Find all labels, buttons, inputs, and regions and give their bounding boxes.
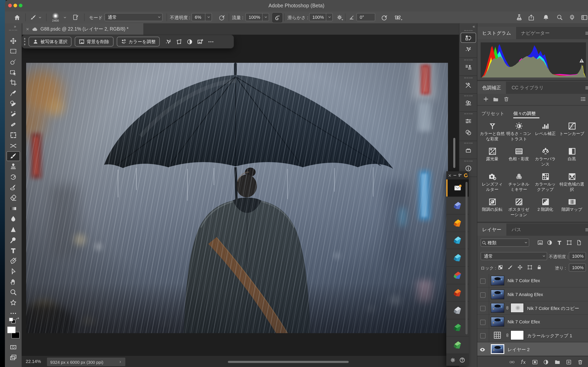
vertical-scrollbar[interactable] [453, 138, 455, 168]
taskbar-generative-wand-icon[interactable] [163, 39, 174, 45]
add-adjustment-icon[interactable] [483, 96, 489, 102]
layer-name[interactable]: Nik 7 Color Efex のコピー [527, 305, 579, 312]
beta-flask-icon[interactable] [515, 13, 523, 22]
dock-history-icon[interactable] [461, 33, 476, 43]
opacity-input[interactable]: 6% [191, 13, 212, 21]
layer-name[interactable]: レイヤー 2 [508, 346, 530, 352]
minimize-icon[interactable] [453, 173, 457, 177]
histogram-tab[interactable]: ナビゲーター [516, 27, 554, 39]
layer-blend-mode-select[interactable]: 通常 [481, 252, 547, 260]
uncached-refresh-warning-icon[interactable] [579, 58, 584, 63]
layer-row[interactable]: レイヤー 2 [477, 342, 588, 356]
nik-help-icon[interactable] [459, 357, 465, 363]
delete-layer-icon[interactable] [577, 359, 583, 365]
adjustment-hue-saturation[interactable]: 色相・彩度 [506, 146, 531, 162]
layer-thumbnail[interactable] [491, 303, 504, 313]
panel-menu-icon[interactable] [585, 85, 588, 91]
layer-thumbnail[interactable] [491, 289, 504, 299]
swap-colors-icon[interactable] [16, 317, 20, 321]
layer-opacity-input[interactable]: 100% [569, 252, 586, 260]
layer-mask-thumbnail[interactable] [510, 330, 524, 340]
adjustments-tab[interactable]: CC ライブラリ [507, 82, 549, 94]
document-info[interactable]: 9324 px x 6000 px (300 ppi) [47, 358, 125, 366]
pressure-size-icon[interactable] [380, 13, 389, 22]
layer-name[interactable]: Nik 7 Color Efex [508, 278, 540, 283]
search-icon[interactable] [555, 13, 564, 22]
adjustments-tab[interactable]: 色調補正 [477, 82, 506, 94]
tool-blur[interactable] [7, 214, 20, 224]
panel-menu-icon[interactable] [585, 227, 588, 233]
tool-spot-healing[interactable] [7, 99, 20, 108]
filter-type-layers-icon[interactable] [557, 240, 562, 245]
visibility-toggle-empty[interactable] [480, 306, 485, 311]
adjustment-levels[interactable]: レベル補正 [533, 121, 558, 136]
tool-brush[interactable] [7, 151, 20, 161]
discover-lightbulb-icon[interactable] [568, 13, 577, 22]
layer-name[interactable]: Nik 7 Color Efex [508, 319, 540, 324]
adjustment-color-vibrance[interactable]: カラーと自然な彩度 [480, 121, 505, 142]
dock-grip[interactable] [464, 95, 472, 96]
taskbar-more-icon[interactable] [206, 39, 216, 45]
screen-mode-icon[interactable] [7, 352, 20, 362]
chevron-down-icon[interactable] [62, 13, 68, 22]
status-chevron-icon[interactable] [118, 360, 122, 364]
toolbar-collapse-button[interactable]: » [14, 24, 16, 29]
layer-row[interactable]: Nik 7 Analog Efex [477, 288, 588, 301]
layer-row[interactable]: Nik 7 Color Efex のコピー [477, 301, 588, 315]
mask-link-icon[interactable] [506, 332, 509, 338]
taskbar-drag-handle[interactable] [22, 38, 29, 45]
adjustment-exposure[interactable]: 露光量 [480, 146, 505, 162]
dock-expand-button[interactable]: « [473, 24, 475, 29]
document-image[interactable] [26, 63, 448, 333]
dock-grip[interactable] [464, 59, 472, 60]
dock-channels-icon[interactable] [461, 127, 476, 137]
dock-generative-wand-icon[interactable] [461, 44, 476, 54]
visibility-toggle-empty[interactable] [480, 319, 485, 325]
new-layer-icon[interactable] [566, 359, 572, 365]
brush-angle-input[interactable]: 0° [356, 13, 375, 21]
home-icon[interactable] [13, 13, 22, 22]
tool-healing-brush[interactable] [7, 120, 20, 129]
lock-position-icon[interactable] [517, 265, 523, 270]
tool-eyedropper[interactable] [7, 88, 20, 98]
layer-row[interactable]: カラールックアップ 1 [477, 329, 588, 342]
adjustment-photo-filter[interactable]: レンズフィルター [480, 172, 505, 192]
quick-mask-icon[interactable] [7, 342, 20, 352]
foreground-color-swatch[interactable] [7, 327, 16, 333]
tab-presets[interactable]: プリセット [481, 110, 504, 117]
notifications-bell-icon[interactable] [541, 13, 550, 22]
tool-selection-brush[interactable] [7, 57, 20, 67]
layer-name[interactable]: Nik 7 Analog Efex [508, 292, 543, 297]
brush-tool-preset-icon[interactable] [29, 13, 38, 22]
delete-trash-icon[interactable] [503, 96, 509, 102]
tab-individual-adjustments[interactable]: 個々の調整 [513, 110, 536, 117]
dock-grip[interactable] [464, 113, 472, 114]
tool-dodge[interactable] [7, 235, 20, 245]
remove-background-button[interactable]: 背景を削除 [75, 37, 113, 47]
dock-grip[interactable] [464, 77, 472, 78]
taskbar-transform-distort-icon[interactable] [174, 39, 184, 45]
adjustment-posterize[interactable]: ポスタリゼーション [506, 197, 531, 217]
tool-path-select[interactable] [7, 267, 20, 276]
nik-settings-gear-icon[interactable] [450, 357, 456, 363]
canvas-area[interactable]: 被写体を選択背景を削除カラーを調整 22.14% 9324 px x 6000 … [22, 35, 459, 367]
dock-grip[interactable] [464, 30, 472, 31]
adjustment-invert[interactable]: 階調の反転 [480, 197, 505, 212]
color-lookup-grid-icon[interactable] [493, 331, 502, 339]
adjustment-curves[interactable]: トーンカーブ [559, 121, 584, 136]
adjustment-threshold[interactable]: 2 階調化 [533, 197, 558, 212]
close-icon[interactable] [448, 174, 452, 177]
adjustment-selective-color[interactable]: 特定色域の選択 [559, 172, 584, 192]
filter-smart-objects-icon[interactable] [576, 240, 582, 245]
dock-plugins-icon[interactable] [461, 145, 476, 155]
tool-history-brush[interactable] [7, 172, 20, 182]
zoom-level[interactable]: 22.14% [26, 359, 41, 364]
lock-pixels-icon[interactable] [508, 265, 513, 270]
tool-hand[interactable] [7, 277, 20, 287]
tool-sharpen[interactable] [7, 225, 20, 234]
layers-tab[interactable]: パス [507, 224, 526, 236]
list-view-icon[interactable] [580, 96, 586, 102]
dock-clone-source-icon[interactable] [461, 62, 476, 72]
brush-settings-panel-toggle-icon[interactable] [71, 13, 80, 22]
tool-frame[interactable] [7, 130, 20, 140]
